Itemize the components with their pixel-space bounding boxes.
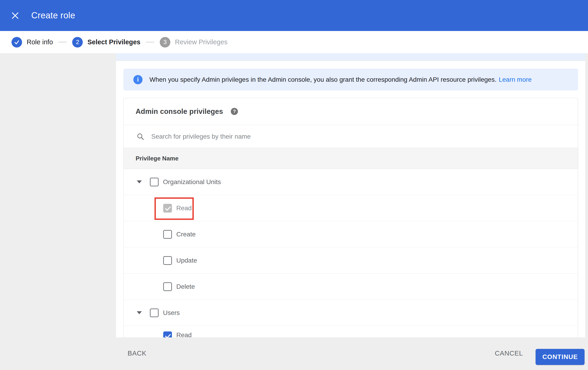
privilege-row: Read <box>124 195 578 221</box>
step-select-privileges[interactable]: 2 Select Privileges <box>72 37 140 48</box>
privilege-table-header: Privilege Name <box>124 148 578 169</box>
continue-button[interactable]: CONTINUE <box>536 349 585 365</box>
info-banner-text: When you specify Admin privileges in the… <box>149 76 496 83</box>
close-x-glyph <box>11 12 19 19</box>
privilege-checkbox[interactable] <box>163 331 172 337</box>
privilege-checkbox[interactable] <box>150 309 159 317</box>
privilege-label: Users <box>163 309 180 317</box>
privilege-label: Delete <box>176 283 195 290</box>
privilege-checkbox[interactable] <box>150 178 159 186</box>
privilege-row: Update <box>124 247 578 274</box>
cancel-button[interactable]: CANCEL <box>495 350 523 357</box>
privileges-card-header: Admin console privileges ? <box>124 98 578 125</box>
step-number-badge: 2 <box>72 37 83 48</box>
step-connector <box>58 42 67 42</box>
scrolled-content-strip <box>116 53 585 60</box>
step-role-info[interactable]: Role info <box>11 37 53 48</box>
privilege-search-row <box>124 125 578 148</box>
help-icon[interactable]: ? <box>231 108 238 115</box>
step-review-privileges[interactable]: 3 Review Privileges <box>160 37 228 48</box>
search-input[interactable] <box>151 133 473 140</box>
privilege-checkbox[interactable] <box>163 282 172 291</box>
page-title: Create role <box>31 10 75 20</box>
privilege-label: Update <box>176 257 197 264</box>
privilege-label: Create <box>176 231 196 238</box>
privilege-label: Read <box>176 331 192 337</box>
close-icon[interactable] <box>8 9 22 22</box>
privilege-row: Read <box>124 326 578 337</box>
learn-more-link[interactable]: Learn more <box>499 76 532 83</box>
privilege-rows: Organizational Units Read Create Update … <box>124 169 578 337</box>
privilege-row: Delete <box>124 274 578 300</box>
info-banner: i When you specify Admin privileges in t… <box>124 69 578 90</box>
privileges-card: Admin console privileges ? Privilege Nam… <box>124 98 578 337</box>
privilege-checkbox[interactable] <box>163 230 172 239</box>
privilege-row: Users <box>124 300 578 326</box>
info-icon: i <box>133 75 143 84</box>
content-panel: i When you specify Admin privileges in t… <box>116 53 585 337</box>
privilege-name-column-header: Privilege Name <box>136 155 178 162</box>
privilege-label: Read <box>176 204 192 212</box>
chevron-down-icon[interactable] <box>137 311 142 314</box>
privilege-row: Create <box>124 221 578 247</box>
step-label: Review Privileges <box>175 38 228 46</box>
privilege-checkbox[interactable] <box>163 204 172 212</box>
privilege-checkbox[interactable] <box>163 256 172 265</box>
search-icon <box>136 133 144 140</box>
step-label: Select Privileges <box>87 38 140 46</box>
footer-bar: BACK CANCEL CONTINUE <box>0 337 588 370</box>
back-button[interactable]: BACK <box>127 350 147 357</box>
chevron-down-icon[interactable] <box>137 180 142 183</box>
step-connector <box>146 42 154 42</box>
step-complete-check-icon <box>11 37 22 48</box>
step-label: Role info <box>27 38 53 46</box>
appbar: Create role <box>0 0 588 31</box>
stepper: Role info 2 Select Privileges 3 Review P… <box>0 31 588 53</box>
step-number-badge: 3 <box>160 37 170 48</box>
privilege-label: Organizational Units <box>163 178 221 186</box>
privileges-card-title: Admin console privileges <box>136 107 223 116</box>
privilege-row: Organizational Units <box>124 169 578 195</box>
